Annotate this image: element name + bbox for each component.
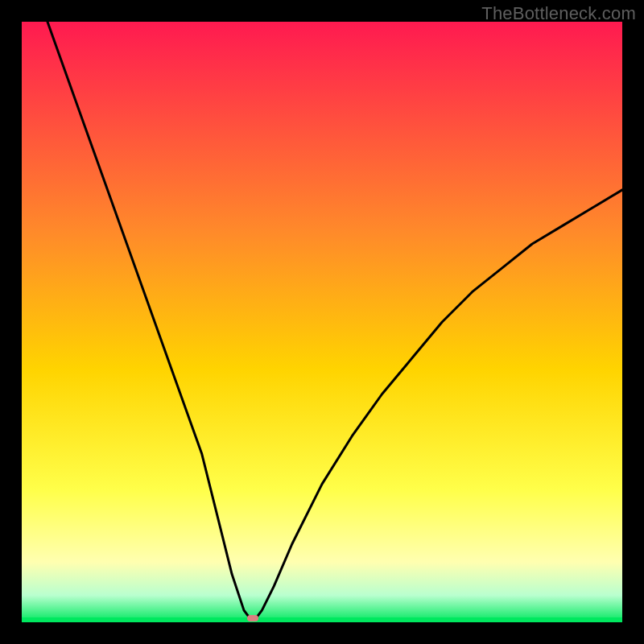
chart-frame <box>22 22 622 622</box>
curve-layer <box>22 22 622 622</box>
baseline-green <box>22 617 622 622</box>
bottleneck-curve <box>22 22 622 622</box>
optimal-marker <box>247 615 258 621</box>
